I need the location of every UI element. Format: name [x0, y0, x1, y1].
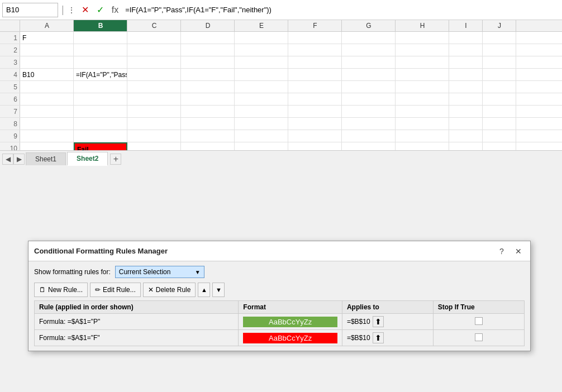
- cell-I3[interactable]: [449, 56, 483, 68]
- cell-F9[interactable]: [288, 130, 342, 142]
- show-rules-dropdown[interactable]: Current Selection ▼: [115, 266, 204, 278]
- cell-reference-box[interactable]: B10: [2, 3, 58, 17]
- edit-rule-button[interactable]: ✏ Edit Rule...: [90, 283, 141, 297]
- cell-H9[interactable]: [396, 130, 449, 142]
- more-options-icon[interactable]: ⋮: [68, 6, 76, 15]
- help-button[interactable]: ?: [496, 245, 508, 257]
- tab-prev-button[interactable]: ◀: [2, 154, 13, 165]
- cell-B2[interactable]: [74, 44, 127, 56]
- cell-E6[interactable]: [235, 93, 288, 105]
- cell-H8[interactable]: [396, 118, 449, 130]
- cell-J7[interactable]: [483, 106, 516, 117]
- cell-A5[interactable]: [20, 81, 74, 93]
- cell-B4[interactable]: =IF(A1="P","Pass",IF(A1="F","Fail","neit…: [74, 69, 127, 80]
- cell-I2[interactable]: [449, 44, 483, 56]
- rule-1-stop-if-true[interactable]: [433, 314, 524, 330]
- cell-G9[interactable]: [342, 130, 396, 142]
- move-down-button[interactable]: ▼: [212, 283, 225, 297]
- cell-I6[interactable]: [449, 93, 483, 105]
- cell-F6[interactable]: [288, 93, 342, 105]
- cell-D2[interactable]: [181, 44, 235, 56]
- cell-E7[interactable]: [235, 106, 288, 117]
- cell-A1[interactable]: F: [20, 32, 74, 44]
- cell-C8[interactable]: [127, 118, 181, 130]
- add-sheet-button[interactable]: +: [110, 154, 121, 165]
- stop-if-true-checkbox-2[interactable]: [475, 333, 483, 341]
- cell-D6[interactable]: [181, 93, 235, 105]
- cell-D8[interactable]: [181, 118, 235, 130]
- cell-B8[interactable]: [74, 118, 127, 130]
- rule-2-format[interactable]: AaBbCcYyZz: [239, 330, 342, 346]
- cell-B9[interactable]: [74, 130, 127, 142]
- cell-J9[interactable]: [483, 130, 516, 142]
- cell-B6[interactable]: [74, 93, 127, 105]
- expand-range-button-1[interactable]: ⬆: [373, 316, 384, 327]
- cell-I8[interactable]: [449, 118, 483, 130]
- cell-G5[interactable]: [342, 81, 396, 93]
- rule-2-applies-to[interactable]: =$B$10 ⬆: [342, 330, 433, 346]
- new-rule-button[interactable]: 🗒 New Rule...: [34, 283, 88, 297]
- rule-2-formula[interactable]: Formula: =$A$1="F": [35, 330, 239, 346]
- cell-F8[interactable]: [288, 118, 342, 130]
- cell-D9[interactable]: [181, 130, 235, 142]
- cell-E2[interactable]: [235, 44, 288, 56]
- cell-E4[interactable]: [235, 69, 288, 80]
- sheet-tab-Sheet1[interactable]: Sheet1: [26, 152, 66, 165]
- col-header-J[interactable]: J: [483, 20, 516, 31]
- rule-2-stop-if-true[interactable]: [433, 330, 524, 346]
- cell-H7[interactable]: [396, 106, 449, 117]
- cell-G1[interactable]: [342, 32, 396, 44]
- col-header-I[interactable]: I: [449, 20, 483, 31]
- cell-C7[interactable]: [127, 106, 181, 117]
- cell-H2[interactable]: [396, 44, 449, 56]
- cell-G6[interactable]: [342, 93, 396, 105]
- stop-if-true-checkbox-1[interactable]: [475, 317, 483, 325]
- cell-J8[interactable]: [483, 118, 516, 130]
- cell-G4[interactable]: [342, 69, 396, 80]
- close-button[interactable]: ✕: [512, 245, 525, 257]
- cell-J2[interactable]: [483, 44, 516, 56]
- cell-H5[interactable]: [396, 81, 449, 93]
- cell-F3[interactable]: [288, 56, 342, 68]
- cell-G2[interactable]: [342, 44, 396, 56]
- cell-C2[interactable]: [127, 44, 181, 56]
- cell-A9[interactable]: [20, 130, 74, 142]
- sheet-tab-Sheet2[interactable]: Sheet2: [67, 152, 108, 166]
- cell-E1[interactable]: [235, 32, 288, 44]
- cell-F2[interactable]: [288, 44, 342, 56]
- cell-C4[interactable]: [127, 69, 181, 80]
- cell-D5[interactable]: [181, 81, 235, 93]
- cell-H4[interactable]: [396, 69, 449, 80]
- cell-C1[interactable]: [127, 32, 181, 44]
- cell-I7[interactable]: [449, 106, 483, 117]
- cell-B5[interactable]: [74, 81, 127, 93]
- function-icon[interactable]: fx: [109, 4, 121, 16]
- formula-input[interactable]: [123, 4, 560, 15]
- cancel-icon[interactable]: ✕: [79, 3, 91, 16]
- cell-I1[interactable]: [449, 32, 483, 44]
- col-header-E[interactable]: E: [235, 20, 288, 31]
- cell-A3[interactable]: [20, 56, 74, 68]
- cell-G7[interactable]: [342, 106, 396, 117]
- rule-1-format[interactable]: AaBbCcYyZz: [239, 314, 342, 330]
- cell-I9[interactable]: [449, 130, 483, 142]
- cell-J4[interactable]: [483, 69, 516, 80]
- cell-H3[interactable]: [396, 56, 449, 68]
- cell-F1[interactable]: [288, 32, 342, 44]
- cell-A6[interactable]: [20, 93, 74, 105]
- rule-1-formula[interactable]: Formula: =$A$1="P": [35, 314, 239, 330]
- cell-A8[interactable]: [20, 118, 74, 130]
- col-header-B[interactable]: B: [74, 20, 127, 31]
- col-header-C[interactable]: C: [127, 20, 181, 31]
- col-header-D[interactable]: D: [181, 20, 235, 31]
- cell-E8[interactable]: [235, 118, 288, 130]
- cell-F5[interactable]: [288, 81, 342, 93]
- cell-J1[interactable]: [483, 32, 516, 44]
- expand-range-button-2[interactable]: ⬆: [373, 332, 384, 343]
- cell-J6[interactable]: [483, 93, 516, 105]
- cell-H1[interactable]: [396, 32, 449, 44]
- cell-A7[interactable]: [20, 106, 74, 117]
- cell-J3[interactable]: [483, 56, 516, 68]
- cell-G3[interactable]: [342, 56, 396, 68]
- cell-E5[interactable]: [235, 81, 288, 93]
